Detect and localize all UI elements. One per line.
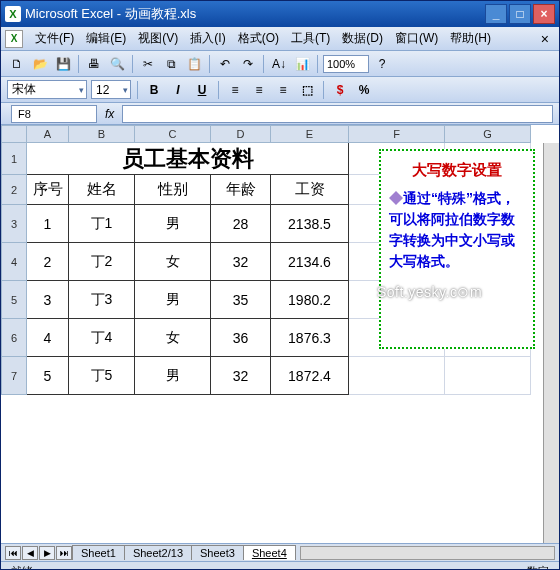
tab-prev-icon[interactable]: ◀ xyxy=(22,546,38,560)
excel-icon[interactable]: X xyxy=(5,30,23,48)
note-box[interactable]: 大写数字设置 ◆通过“特殊”格式，可以将阿拉伯数字数字转换为中文小写或大写格式。 xyxy=(379,149,535,349)
save-icon[interactable]: 💾 xyxy=(53,54,73,74)
percent-button[interactable]: % xyxy=(354,80,374,100)
cell[interactable]: 丁3 xyxy=(69,281,135,319)
title-cell[interactable]: 员工基本资料 xyxy=(27,143,349,175)
worksheet-grid[interactable]: A B C D E F G 1 员工基本资料 2 序号 姓名 性别 年龄 工资 … xyxy=(1,125,559,543)
cell[interactable]: 3 xyxy=(27,281,69,319)
italic-button[interactable]: I xyxy=(168,80,188,100)
cell[interactable]: 丁2 xyxy=(69,243,135,281)
sheet-tab[interactable]: Sheet4 xyxy=(243,545,296,560)
horizontal-scrollbar[interactable] xyxy=(300,546,555,560)
cell[interactable]: 1980.2 xyxy=(271,281,349,319)
undo-icon[interactable]: ↶ xyxy=(215,54,235,74)
cell[interactable] xyxy=(445,357,531,395)
col-header[interactable]: E xyxy=(271,125,349,143)
paste-icon[interactable]: 📋 xyxy=(184,54,204,74)
cell[interactable]: 丁5 xyxy=(69,357,135,395)
menu-insert[interactable]: 插入(I) xyxy=(184,28,231,49)
underline-button[interactable]: U xyxy=(192,80,212,100)
row-header[interactable]: 5 xyxy=(1,281,27,319)
cut-icon[interactable]: ✂ xyxy=(138,54,158,74)
cell[interactable]: 35 xyxy=(211,281,271,319)
cell[interactable]: 女 xyxy=(135,319,211,357)
menu-tools[interactable]: 工具(T) xyxy=(285,28,336,49)
col-header[interactable]: C xyxy=(135,125,211,143)
redo-icon[interactable]: ↷ xyxy=(238,54,258,74)
cell[interactable]: 5 xyxy=(27,357,69,395)
cell[interactable]: 1 xyxy=(27,205,69,243)
row-header[interactable]: 4 xyxy=(1,243,27,281)
formula-input[interactable] xyxy=(122,105,553,123)
cell[interactable]: 32 xyxy=(211,357,271,395)
menu-window[interactable]: 窗口(W) xyxy=(389,28,444,49)
menu-help[interactable]: 帮助(H) xyxy=(444,28,497,49)
cell[interactable]: 序号 xyxy=(27,175,69,205)
fx-label[interactable]: fx xyxy=(105,107,114,121)
cell[interactable]: 男 xyxy=(135,205,211,243)
print-icon[interactable]: 🖶 xyxy=(84,54,104,74)
maximize-button[interactable]: □ xyxy=(509,4,531,24)
sheet-tab[interactable]: Sheet1 xyxy=(72,545,125,560)
align-left-button[interactable]: ≡ xyxy=(225,80,245,100)
cell[interactable]: 28 xyxy=(211,205,271,243)
font-size-combo[interactable]: 12 xyxy=(91,80,131,99)
row-header[interactable]: 6 xyxy=(1,319,27,357)
tab-first-icon[interactable]: ⏮ xyxy=(5,546,21,560)
vertical-scrollbar[interactable] xyxy=(543,143,559,543)
sheet-tab[interactable]: Sheet2/13 xyxy=(124,545,192,560)
name-box[interactable]: F8 xyxy=(11,105,97,123)
merge-button[interactable]: ⬚ xyxy=(297,80,317,100)
col-header[interactable]: A xyxy=(27,125,69,143)
tab-last-icon[interactable]: ⏭ xyxy=(56,546,72,560)
sort-icon[interactable]: A↓ xyxy=(269,54,289,74)
cell[interactable] xyxy=(349,357,445,395)
currency-button[interactable]: $ xyxy=(330,80,350,100)
minimize-button[interactable]: _ xyxy=(485,4,507,24)
cell[interactable]: 女 xyxy=(135,243,211,281)
menu-format[interactable]: 格式(O) xyxy=(232,28,285,49)
row-header[interactable]: 7 xyxy=(1,357,27,395)
cell[interactable]: 丁1 xyxy=(69,205,135,243)
help-icon[interactable]: ? xyxy=(372,54,392,74)
cell[interactable]: 2 xyxy=(27,243,69,281)
cell[interactable]: 1876.3 xyxy=(271,319,349,357)
cell[interactable]: 36 xyxy=(211,319,271,357)
cell[interactable]: 2138.5 xyxy=(271,205,349,243)
cell[interactable]: 4 xyxy=(27,319,69,357)
cell[interactable]: 2134.6 xyxy=(271,243,349,281)
row-header[interactable]: 2 xyxy=(1,175,27,205)
align-center-button[interactable]: ≡ xyxy=(249,80,269,100)
col-header[interactable]: B xyxy=(69,125,135,143)
sheet-tab[interactable]: Sheet3 xyxy=(191,545,244,560)
tab-next-icon[interactable]: ▶ xyxy=(39,546,55,560)
cell[interactable]: 丁4 xyxy=(69,319,135,357)
menu-edit[interactable]: 编辑(E) xyxy=(80,28,132,49)
new-icon[interactable]: 🗋 xyxy=(7,54,27,74)
preview-icon[interactable]: 🔍 xyxy=(107,54,127,74)
copy-icon[interactable]: ⧉ xyxy=(161,54,181,74)
select-all-corner[interactable] xyxy=(1,125,27,143)
col-header[interactable]: G xyxy=(445,125,531,143)
bold-button[interactable]: B xyxy=(144,80,164,100)
cell[interactable]: 工资 xyxy=(271,175,349,205)
cell[interactable]: 男 xyxy=(135,357,211,395)
col-header[interactable]: D xyxy=(211,125,271,143)
cell[interactable]: 男 xyxy=(135,281,211,319)
doc-close-button[interactable]: × xyxy=(535,31,555,47)
font-name-combo[interactable]: 宋体 xyxy=(7,80,87,99)
align-right-button[interactable]: ≡ xyxy=(273,80,293,100)
row-header[interactable]: 3 xyxy=(1,205,27,243)
cell[interactable]: 姓名 xyxy=(69,175,135,205)
chart-icon[interactable]: 📊 xyxy=(292,54,312,74)
cell[interactable]: 年龄 xyxy=(211,175,271,205)
close-button[interactable]: × xyxy=(533,4,555,24)
menu-view[interactable]: 视图(V) xyxy=(132,28,184,49)
zoom-combo[interactable]: 100% xyxy=(323,55,369,73)
row-header[interactable]: 1 xyxy=(1,143,27,175)
open-icon[interactable]: 📂 xyxy=(30,54,50,74)
menu-data[interactable]: 数据(D) xyxy=(336,28,389,49)
cell[interactable]: 32 xyxy=(211,243,271,281)
cell[interactable]: 1872.4 xyxy=(271,357,349,395)
cell[interactable]: 性别 xyxy=(135,175,211,205)
